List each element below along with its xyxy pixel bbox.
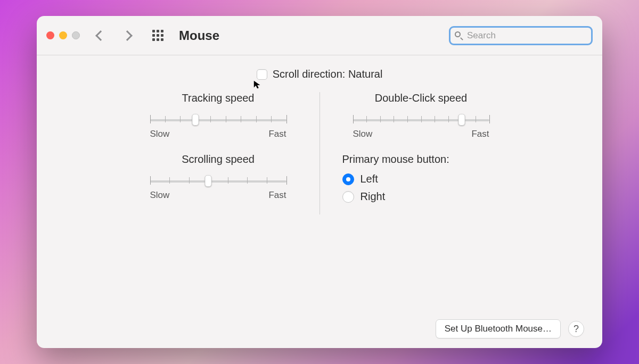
help-button[interactable]: ? [568, 321, 584, 337]
left-column: Tracking speed Slow Fast Scrolling speed [117, 92, 320, 214]
primary-button-right-row[interactable]: Right [342, 191, 514, 203]
radio-left-label: Left [361, 173, 378, 185]
show-all-icon[interactable] [152, 30, 164, 42]
scroll-direction-checkbox[interactable] [257, 69, 267, 80]
tracking-speed-title: Tracking speed [126, 92, 311, 104]
search-icon [455, 31, 463, 39]
doubleclick-slow-label: Slow [353, 129, 373, 139]
tracking-fast-label: Fast [268, 129, 286, 139]
tracking-speed-labels: Slow Fast [150, 129, 286, 139]
tracking-speed-group: Tracking speed Slow Fast [126, 92, 311, 139]
columns: Tracking speed Slow Fast Scrolling speed [55, 92, 584, 214]
back-button-icon[interactable] [95, 30, 106, 41]
scroll-direction-row: Scroll direction: Natural [55, 68, 584, 80]
toolbar: Mouse [37, 16, 602, 55]
primary-button-group: Primary mouse button: Left Right [329, 153, 514, 203]
radio-right-label: Right [361, 191, 386, 203]
window-title: Mouse [179, 28, 219, 43]
mouse-cursor-icon [253, 80, 263, 89]
minimize-window-button[interactable] [59, 31, 67, 39]
scrolling-speed-slider[interactable] [150, 173, 286, 187]
doubleclick-speed-title: Double-Click speed [329, 92, 514, 104]
footer: Set Up Bluetooth Mouse… ? [55, 319, 584, 338]
search-input[interactable] [467, 30, 587, 41]
scrolling-speed-labels: Slow Fast [150, 190, 286, 201]
forward-button-icon[interactable] [122, 30, 133, 41]
doubleclick-speed-slider[interactable] [353, 112, 489, 126]
zoom-window-button[interactable] [72, 31, 80, 39]
close-window-button[interactable] [46, 31, 54, 39]
primary-button-left-row[interactable]: Left [342, 173, 514, 185]
right-column: Double-Click speed Slow Fast Primary mou… [320, 92, 522, 214]
doubleclick-speed-group: Double-Click speed Slow Fast [329, 92, 514, 139]
preferences-window: Mouse Scroll direction: Natural Tracking… [37, 16, 602, 348]
scrolling-speed-title: Scrolling speed [126, 153, 311, 166]
scrolling-slow-label: Slow [150, 190, 170, 201]
scrolling-fast-label: Fast [268, 190, 286, 201]
tracking-slow-label: Slow [150, 129, 170, 139]
radio-left[interactable] [342, 173, 354, 185]
window-controls [46, 31, 80, 39]
setup-bluetooth-button[interactable]: Set Up Bluetooth Mouse… [436, 319, 561, 338]
content-area: Scroll direction: Natural Tracking speed… [37, 55, 602, 348]
radio-right[interactable] [342, 191, 354, 203]
nav-buttons [97, 32, 131, 39]
scrolling-speed-group: Scrolling speed Slow Fast [126, 153, 311, 201]
doubleclick-speed-labels: Slow Fast [353, 129, 489, 139]
doubleclick-fast-label: Fast [471, 129, 489, 139]
primary-button-title: Primary mouse button: [342, 153, 514, 166]
scroll-direction-label: Scroll direction: Natural [273, 68, 383, 80]
search-field[interactable] [449, 26, 593, 45]
tracking-speed-slider[interactable] [150, 112, 286, 126]
